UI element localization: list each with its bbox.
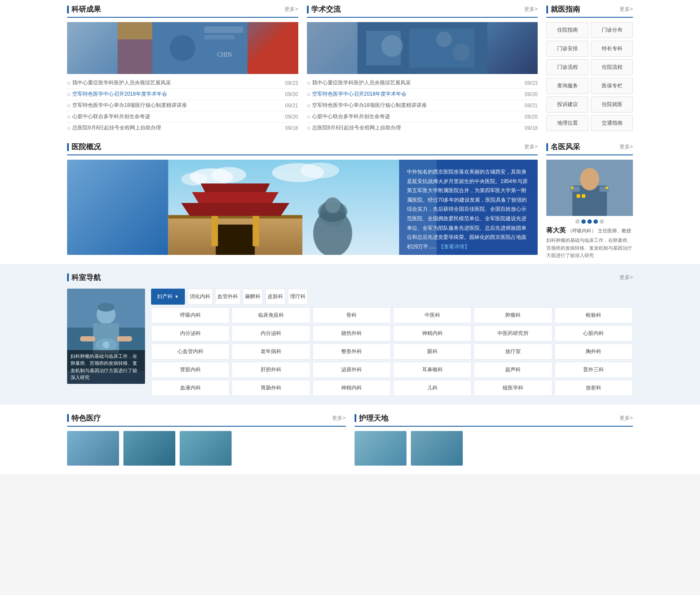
dept-active-tag[interactable]: 妇产科 ▼ — [151, 289, 185, 305]
dept-cell-临床免疫科[interactable]: 临床免疫科 — [232, 307, 310, 323]
svg-point-16 — [212, 167, 246, 183]
guide-btn-7[interactable]: 查询服务 — [546, 78, 588, 94]
dept-cell-胃肠外科[interactable]: 胃肠外科 — [232, 380, 310, 396]
dept-cell-泌尿外科[interactable]: 泌尿外科 — [313, 362, 391, 378]
dept-cell-皮肤科[interactable]: 皮肤科 — [265, 289, 285, 305]
famous-more[interactable]: 更多> — [619, 143, 633, 151]
dept-cell-检验科[interactable]: 检验科 — [555, 307, 633, 323]
svg-point-32 — [325, 197, 341, 213]
special-image-3 — [180, 431, 232, 466]
dept-cell-理疗科[interactable]: 理疗科 — [288, 289, 308, 305]
dept-cell-消化内科[interactable]: 消化内科 — [187, 289, 213, 305]
dept-content: 妇科肿瘤的基础与临床工作，在卵巢癌、宫颈癌的发病转移、复发机制与基因治疗方面进行… — [67, 289, 633, 396]
nursing-more[interactable]: 更多> — [619, 415, 633, 422]
dept-cell-眼科[interactable]: 眼科 — [393, 344, 471, 360]
dot-5[interactable] — [600, 219, 604, 224]
dept-cell-中医药研究所[interactable]: 中医药研究所 — [474, 325, 552, 341]
research-more[interactable]: 更多> — [284, 6, 298, 13]
guide-btn-1[interactable]: 住院指南 — [546, 22, 588, 38]
guide-btn-10[interactable]: 住院就医 — [591, 96, 633, 113]
overview-detail-link[interactable]: 【查看详情】 — [439, 244, 470, 250]
famous-title: 名医风采 — [551, 142, 580, 152]
doctor-title: 主任医师、教授 — [598, 228, 631, 234]
famous-section: 名医风采 更多> — [546, 142, 633, 260]
academic-news-item-2[interactable]: 空军特色医学中心召开2018年度学术年会 09/20 — [307, 89, 538, 100]
dept-cell-中医科[interactable]: 中医科 — [393, 307, 471, 323]
academic-news-item-3[interactable]: 空军特色医学中心举办18项医疗核心制度精讲讲座 09/21 — [307, 100, 538, 111]
research-news-item-3[interactable]: 空军特色医学中心举办18项医疗核心制度精讲讲座 09/21 — [67, 100, 298, 111]
dept-cell-老年病科[interactable]: 老年病科 — [232, 344, 310, 360]
dept-cell-普外三科[interactable]: 普外三科 — [555, 362, 633, 378]
dept-cell-心脏内科[interactable]: 心脏内科 — [555, 325, 633, 341]
special-more[interactable]: 更多> — [332, 415, 345, 422]
dept-cell-放疗室[interactable]: 放疗室 — [474, 344, 552, 360]
dept-cell-放射科[interactable]: 放射科 — [555, 380, 633, 396]
guide-btn-5[interactable]: 门诊流程 — [546, 59, 588, 75]
research-news-list: 我中心重症医学科医护人员央视综艺展风采 09/23 空军特色医学中心召开2018… — [67, 77, 298, 133]
dept-cell-胸外科[interactable]: 胸外科 — [555, 344, 633, 360]
dept-cell-血管外科[interactable]: 血管外科 — [215, 289, 240, 305]
dept-cell-儿科[interactable]: 儿科 — [393, 380, 471, 396]
research-news-item-4[interactable]: 心脏中心联合多学科共创生命奇迹 09/20 — [67, 111, 298, 122]
guide-btn-2[interactable]: 门诊分布 — [591, 22, 633, 38]
guide-btn-9[interactable]: 投诉建议 — [546, 96, 588, 113]
research-news-item-1[interactable]: 我中心重症医学科医护人员央视综艺展风采 09/23 — [67, 77, 298, 89]
overview-image-bg: 中外知名的西京医院坐落在美丽的古城西安，其前身是延安抗战烽火岁月里诞生的中央医院… — [67, 160, 538, 255]
guide-btn-3[interactable]: 门诊安排 — [546, 41, 588, 57]
dept-cell-内分泌科2[interactable]: 内分泌科 — [232, 325, 310, 341]
guide-grid: 住院指南 门诊分布 门诊安排 特长专科 门诊流程 住院流程 查询服务 医保专栏 … — [546, 22, 633, 131]
academic-section: 学术交流 更多> 我中心重症医学科医护人员央视综艺展风采 09 — [307, 4, 538, 133]
academic-news-item-4[interactable]: 心脏中心联合多学科共创生命奇迹 09/20 — [307, 111, 538, 122]
guide-btn-12[interactable]: 交通指南 — [591, 115, 633, 131]
guide-btn-11[interactable]: 地理位置 — [546, 115, 588, 131]
svg-rect-5 — [204, 35, 235, 39]
dept-cell-骨科[interactable]: 骨科 — [313, 307, 391, 323]
guide-btn-6[interactable]: 住院流程 — [591, 59, 633, 75]
dept-cell-超声科[interactable]: 超声科 — [474, 362, 552, 378]
academic-news-item-1[interactable]: 我中心重症医学科医护人员央视综艺展风采 09/23 — [307, 77, 538, 89]
dept-cell-神精内科1[interactable]: 神精内科 — [393, 325, 471, 341]
dot-2[interactable] — [581, 219, 586, 224]
research-news-item-5[interactable]: 总医院9月8日起挂号全程网上自助办理 09/18 — [67, 122, 298, 133]
dept-grid: 呼吸内科 临床免疫科 骨科 中医科 肿瘤科 检验科 内分泌科 内分泌科 烧伤外科… — [151, 307, 633, 396]
dept-more[interactable]: 更多> — [619, 274, 633, 281]
dept-cell-肾脏内科[interactable]: 肾脏内科 — [151, 362, 229, 378]
dot-1[interactable] — [575, 219, 580, 224]
dept-cell-内分泌科1[interactable]: 内分泌科 — [151, 325, 229, 341]
dept-cell-耳鼻喉科[interactable]: 耳鼻喉科 — [393, 362, 471, 378]
svg-rect-48 — [117, 336, 132, 341]
dept-cell-肿瘤科[interactable]: 肿瘤科 — [474, 307, 552, 323]
dot-4[interactable] — [594, 219, 598, 224]
svg-text:CHIN: CHIN — [217, 51, 232, 58]
svg-point-19 — [300, 163, 339, 178]
dept-cell-麻醉科[interactable]: 麻醉科 — [243, 289, 263, 305]
special-section: 特色医疗 更多> — [67, 413, 346, 466]
dept-cell-血液内科[interactable]: 血液内科 — [151, 380, 229, 396]
overview-image-wrapper: 中外知名的西京医院坐落在美丽的古城西安，其前身是延安抗战烽火岁月里诞生的中央医院… — [67, 160, 538, 255]
special-image-1 — [67, 431, 119, 466]
doctor-name-row: 蒋大英 （呼吸内科） 主任医师、教授 — [546, 226, 633, 235]
dept-cell-烧伤外科[interactable]: 烧伤外科 — [313, 325, 391, 341]
academic-news-item-5[interactable]: 总医院9月8日起挂号全程网上自助办理 09/18 — [307, 122, 538, 133]
guide-title-bar — [546, 6, 548, 13]
dept-cell-整形外科[interactable]: 整形外科 — [313, 344, 391, 360]
dept-cell-呼吸内科[interactable]: 呼吸内科 — [151, 307, 229, 323]
dept-title: 科室导航 — [71, 273, 101, 283]
academic-image — [307, 22, 538, 74]
guide-btn-8[interactable]: 医保专栏 — [591, 78, 633, 94]
academic-more[interactable]: 更多> — [524, 6, 538, 13]
svg-rect-2 — [118, 22, 152, 39]
guide-more[interactable]: 更多> — [619, 6, 633, 13]
guide-btn-4[interactable]: 特长专科 — [591, 41, 633, 57]
svg-point-12 — [436, 32, 452, 47]
dept-cell-心血管内科[interactable]: 心血管内科 — [151, 344, 229, 360]
dept-cell-神精内科2[interactable]: 神精内科 — [313, 380, 391, 396]
dot-3[interactable] — [587, 219, 592, 224]
dept-cell-核医学科[interactable]: 核医学科 — [474, 380, 552, 396]
svg-rect-22 — [216, 225, 255, 255]
overview-more[interactable]: 更多> — [524, 143, 538, 151]
svg-point-50 — [103, 341, 110, 348]
dept-cell-肝胆外科[interactable]: 肝胆外科 — [232, 362, 310, 378]
svg-rect-4 — [204, 26, 243, 33]
research-news-item-2[interactable]: 空军特色医学中心召开2018年度学术年会 09/20 — [67, 89, 298, 100]
